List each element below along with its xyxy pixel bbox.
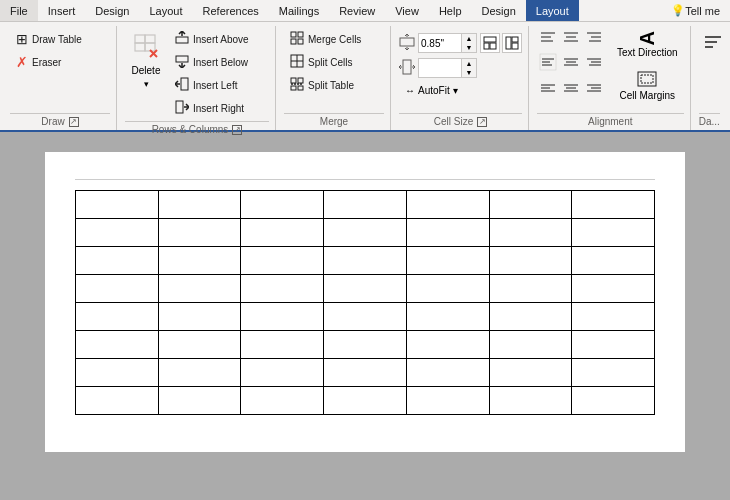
- align-top-center-button[interactable]: [560, 28, 582, 50]
- table-row[interactable]: [76, 275, 655, 303]
- table-cell[interactable]: [241, 387, 324, 415]
- insert-right-button[interactable]: Insert Right: [169, 97, 269, 119]
- table-cell[interactable]: [572, 303, 655, 331]
- document-area[interactable]: [0, 132, 730, 500]
- table-cell[interactable]: [76, 247, 159, 275]
- align-middle-right-button[interactable]: [583, 51, 605, 73]
- table-cell[interactable]: [324, 331, 407, 359]
- width-input[interactable]: [419, 59, 461, 77]
- table-cell[interactable]: [324, 247, 407, 275]
- rows-columns-expand[interactable]: ↗: [232, 125, 242, 135]
- table-row[interactable]: [76, 331, 655, 359]
- table-size-btn1[interactable]: [480, 33, 500, 53]
- table-row[interactable]: [76, 303, 655, 331]
- table-cell[interactable]: [572, 247, 655, 275]
- table-cell[interactable]: [572, 275, 655, 303]
- height-spin-up[interactable]: ▲: [462, 34, 476, 43]
- cell-size-expand[interactable]: ↗: [477, 117, 487, 127]
- table-cell[interactable]: [158, 331, 241, 359]
- menu-file[interactable]: File: [0, 0, 38, 21]
- menu-layout[interactable]: Layout: [140, 0, 193, 21]
- table-cell[interactable]: [572, 191, 655, 219]
- table-cell[interactable]: [158, 275, 241, 303]
- insert-left-button[interactable]: Insert Left: [169, 74, 269, 96]
- menu-mailings[interactable]: Mailings: [269, 0, 329, 21]
- split-cells-button[interactable]: Split Cells: [284, 51, 384, 73]
- table-cell[interactable]: [572, 359, 655, 387]
- table-cell[interactable]: [406, 191, 489, 219]
- height-spin-down[interactable]: ▼: [462, 43, 476, 52]
- table-cell[interactable]: [76, 331, 159, 359]
- table-cell[interactable]: [158, 387, 241, 415]
- table-cell[interactable]: [489, 219, 572, 247]
- table-cell[interactable]: [324, 387, 407, 415]
- table-cell[interactable]: [406, 247, 489, 275]
- table-cell[interactable]: [76, 303, 159, 331]
- insert-above-button[interactable]: Insert Above: [169, 28, 269, 50]
- table-cell[interactable]: [406, 219, 489, 247]
- table-cell[interactable]: [76, 359, 159, 387]
- table-cell[interactable]: [406, 387, 489, 415]
- table-row[interactable]: [76, 219, 655, 247]
- menu-insert[interactable]: Insert: [38, 0, 86, 21]
- table-row[interactable]: [76, 359, 655, 387]
- table-cell[interactable]: [324, 219, 407, 247]
- align-top-left-button[interactable]: [537, 28, 559, 50]
- table-cell[interactable]: [241, 247, 324, 275]
- draw-group-expand[interactable]: ↗: [69, 117, 79, 127]
- table-cell[interactable]: [158, 247, 241, 275]
- menu-view[interactable]: View: [385, 0, 429, 21]
- table-cell[interactable]: [406, 331, 489, 359]
- table-size-btn2[interactable]: [502, 33, 522, 53]
- align-bottom-right-button[interactable]: [583, 74, 605, 96]
- table-row[interactable]: [76, 247, 655, 275]
- table-cell[interactable]: [324, 191, 407, 219]
- menu-tell-me[interactable]: 💡 Tell me: [661, 0, 730, 21]
- table-cell[interactable]: [572, 331, 655, 359]
- table-cell[interactable]: [241, 219, 324, 247]
- table-cell[interactable]: [406, 359, 489, 387]
- table-cell[interactable]: [241, 303, 324, 331]
- merge-cells-button[interactable]: Merge Cells: [284, 28, 384, 50]
- insert-below-button[interactable]: Insert Below: [169, 51, 269, 73]
- table-row[interactable]: [76, 387, 655, 415]
- table-cell[interactable]: [406, 275, 489, 303]
- table-cell[interactable]: [406, 303, 489, 331]
- table-cell[interactable]: [158, 191, 241, 219]
- align-top-right-button[interactable]: [583, 28, 605, 50]
- table-cell[interactable]: [76, 191, 159, 219]
- text-direction-button[interactable]: A Text Direction: [611, 28, 684, 63]
- table-cell[interactable]: [572, 387, 655, 415]
- table-cell[interactable]: [489, 359, 572, 387]
- table-cell[interactable]: [241, 275, 324, 303]
- menu-references[interactable]: References: [193, 0, 269, 21]
- table-cell[interactable]: [241, 359, 324, 387]
- table-cell[interactable]: [489, 303, 572, 331]
- table-cell[interactable]: [324, 275, 407, 303]
- table-cell[interactable]: [489, 191, 572, 219]
- align-bottom-center-button[interactable]: [560, 74, 582, 96]
- table-cell[interactable]: [572, 219, 655, 247]
- menu-layout-active[interactable]: Layout: [526, 0, 579, 21]
- delete-dropdown-button[interactable]: ▾: [125, 78, 167, 91]
- table-cell[interactable]: [158, 219, 241, 247]
- table-cell[interactable]: [158, 359, 241, 387]
- table-cell[interactable]: [489, 247, 572, 275]
- table-cell[interactable]: [76, 387, 159, 415]
- height-input[interactable]: [419, 34, 461, 52]
- table-cell[interactable]: [76, 275, 159, 303]
- data-sort-button[interactable]: [699, 28, 727, 59]
- align-middle-center-button[interactable]: [560, 51, 582, 73]
- table-cell[interactable]: [489, 331, 572, 359]
- delete-top-button[interactable]: Delete: [126, 28, 167, 78]
- draw-table-button[interactable]: ⊞ Draw Table: [10, 28, 110, 50]
- table-cell[interactable]: [76, 219, 159, 247]
- table-row[interactable]: [76, 191, 655, 219]
- table-cell[interactable]: [489, 387, 572, 415]
- table-cell[interactable]: [158, 303, 241, 331]
- table-cell[interactable]: [324, 303, 407, 331]
- menu-review[interactable]: Review: [329, 0, 385, 21]
- menu-help[interactable]: Help: [429, 0, 472, 21]
- split-table-button[interactable]: Split Table: [284, 74, 384, 96]
- table-cell[interactable]: [241, 191, 324, 219]
